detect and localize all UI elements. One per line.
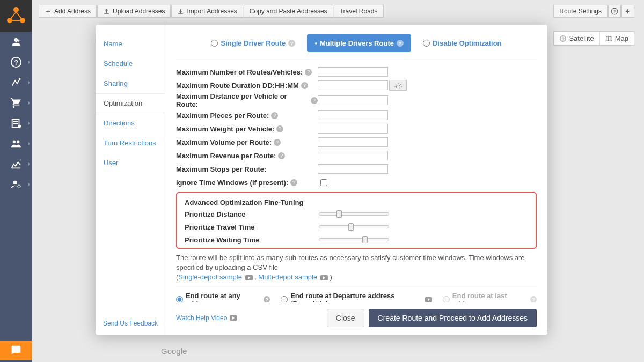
max-volume-input[interactable] <box>318 137 388 147</box>
tab-optimization[interactable]: Optimization <box>96 93 165 113</box>
copy-paste-button[interactable]: Copy and Paste Addresses <box>244 5 333 18</box>
help-text: The route will be split into as many sub… <box>176 253 537 283</box>
lightning-icon[interactable] <box>621 5 634 18</box>
end-any-option[interactable]: End route at any address? <box>176 292 270 302</box>
max-weight-input[interactable] <box>318 124 388 134</box>
help-icon[interactable]: ? <box>274 139 281 146</box>
sidebar-routes-icon[interactable] <box>0 72 32 93</box>
top-toolbar: Add Address Upload Addresses Import Addr… <box>39 5 634 18</box>
create-route-button[interactable]: Create Route and Proceed to Add Addresse… <box>369 309 537 327</box>
sidebar-user-settings-icon[interactable] <box>0 174 32 195</box>
logo[interactable] <box>0 0 32 32</box>
help-icon[interactable]: ? <box>301 82 308 89</box>
watch-video-link[interactable]: Watch Help Video <box>176 314 237 322</box>
travel-roads-button[interactable]: Travel Roads <box>334 5 384 18</box>
import-addresses-button[interactable]: Import Addresses <box>171 5 243 18</box>
prioritize-distance-slider[interactable] <box>319 212 389 216</box>
svg-point-13 <box>396 85 400 88</box>
help-icon[interactable]: ? <box>278 152 285 159</box>
left-sidebar: ? <box>0 0 32 362</box>
close-button[interactable]: Close <box>327 309 364 327</box>
tab-user[interactable]: User <box>96 153 165 173</box>
map-type-control: Satellite Map <box>553 31 634 46</box>
help-icon[interactable]: ? <box>271 112 278 119</box>
sidebar-help-icon[interactable]: ? <box>0 52 32 72</box>
svg-text:?: ? <box>14 58 18 67</box>
sidebar-addressbook-icon[interactable] <box>0 113 32 134</box>
map-button[interactable]: Map <box>599 32 634 45</box>
svg-point-7 <box>16 141 19 144</box>
end-last-option[interactable]: End route at last address? <box>443 292 537 302</box>
modal-tabs: Name Schedule Sharing Optimization Direc… <box>96 25 165 335</box>
svg-point-5 <box>18 125 20 128</box>
satellite-button[interactable]: Satellite <box>554 32 599 45</box>
info-icon: ? <box>397 40 404 47</box>
route-type-selector: Single Driver Route? ●Multiple Drivers R… <box>176 34 537 60</box>
add-address-button[interactable]: Add Address <box>39 5 97 18</box>
sunrise-button[interactable] <box>389 80 407 91</box>
tab-directions[interactable]: Directions <box>96 113 165 133</box>
svg-point-6 <box>12 141 15 144</box>
tab-sharing[interactable]: Sharing <box>96 73 165 93</box>
help-icon: ? <box>530 296 537 302</box>
prioritize-travel-slider[interactable] <box>319 225 389 228</box>
multiple-drivers-option[interactable]: ●Multiple Drivers Route? <box>307 34 411 52</box>
advanced-tuning-section: Advanced Optimization Fine-Tuning Priori… <box>176 192 537 249</box>
chat-icon[interactable] <box>0 341 32 360</box>
help-icon[interactable]: ? <box>608 5 621 18</box>
max-distance-input[interactable] <box>318 95 388 105</box>
route-settings-modal: Name Schedule Sharing Optimization Direc… <box>96 25 547 335</box>
prioritize-waiting-slider[interactable] <box>319 238 389 241</box>
max-routes-input[interactable] <box>318 67 388 77</box>
sidebar-add-user-icon[interactable] <box>0 32 32 52</box>
svg-point-9 <box>17 185 20 188</box>
video-icon <box>320 275 328 280</box>
max-revenue-input[interactable] <box>318 151 388 160</box>
max-pieces-input[interactable] <box>318 110 388 120</box>
tab-turn-restrictions[interactable]: Turn Restrictions <box>96 133 165 153</box>
help-icon[interactable]: ? <box>264 296 270 302</box>
send-feedback-link[interactable]: Send Us Feedback <box>103 320 158 327</box>
help-icon[interactable]: ? <box>305 69 312 76</box>
single-depot-link[interactable]: Single-depot sample <box>178 273 242 281</box>
max-stops-input[interactable] <box>318 164 388 174</box>
max-duration-input[interactable] <box>318 80 388 90</box>
help-icon[interactable]: ? <box>290 179 297 186</box>
route-settings-button[interactable]: Route Settings <box>553 5 608 18</box>
help-icon[interactable]: ? <box>311 97 318 104</box>
disable-optimization-option[interactable]: Disable Optimization <box>423 39 502 47</box>
tab-name[interactable]: Name <box>96 34 165 54</box>
single-driver-option[interactable]: Single Driver Route? <box>211 39 295 47</box>
modal-content: Single Driver Route? ●Multiple Drivers R… <box>165 25 547 335</box>
video-icon <box>230 315 237 321</box>
tab-schedule[interactable]: Schedule <box>96 54 165 73</box>
advanced-title: Advanced Optimization Fine-Tuning <box>185 198 528 206</box>
upload-addresses-button[interactable]: Upload Addresses <box>97 5 171 18</box>
svg-point-8 <box>13 181 17 184</box>
info-icon: ? <box>288 40 295 47</box>
help-icon[interactable]: ? <box>276 125 283 132</box>
video-icon <box>245 275 253 280</box>
google-attribution: Google <box>161 346 187 356</box>
sidebar-team-icon[interactable] <box>0 134 32 154</box>
svg-text:?: ? <box>613 9 616 14</box>
svg-point-0 <box>13 7 19 12</box>
sidebar-cart-icon[interactable] <box>0 93 32 113</box>
modal-footer: Watch Help Video Close Create Route and … <box>176 302 537 327</box>
multi-depot-link[interactable]: Multi-depot sample <box>258 273 317 281</box>
end-departure-option[interactable]: End route at Departure address (Roundtri… <box>281 292 432 302</box>
sidebar-analytics-icon[interactable] <box>0 154 32 174</box>
ignore-time-checkbox[interactable] <box>320 179 327 186</box>
video-icon <box>425 297 432 302</box>
end-route-options: End route at any address? End route at D… <box>176 287 537 302</box>
